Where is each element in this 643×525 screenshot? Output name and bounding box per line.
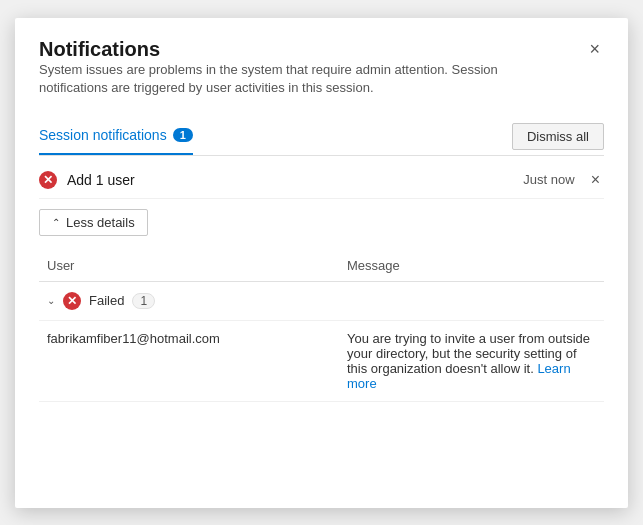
notification-right: Just now ×: [523, 170, 604, 190]
notification-timestamp: Just now: [523, 172, 574, 187]
chevron-down-icon: ⌄: [47, 295, 55, 306]
message-cell: You are trying to invite a user from out…: [339, 320, 604, 401]
user-cell: fabrikamfiber11@hotmail.com: [39, 320, 339, 401]
dialog-close-button[interactable]: ×: [585, 38, 604, 60]
error-icon: ✕: [39, 171, 57, 189]
table-row: fabrikamfiber11@hotmail.com You are tryi…: [39, 320, 604, 401]
dismiss-all-button[interactable]: Dismiss all: [512, 123, 604, 150]
col-header-message: Message: [339, 252, 604, 282]
tab-count-badge: 1: [173, 128, 193, 142]
notification-item: ✕ Add 1 user Just now ×: [39, 156, 604, 199]
failed-group-row: ⌄ ✕ Failed 1: [39, 281, 604, 320]
col-header-user: User: [39, 252, 339, 282]
tab-label: Session notifications: [39, 127, 167, 143]
chevron-up-icon: ⌃: [52, 217, 60, 228]
notifications-dialog: Notifications System issues are problems…: [15, 18, 628, 508]
less-details-label: Less details: [66, 215, 135, 230]
tabs-row: Session notifications 1 Dismiss all: [39, 119, 604, 156]
failed-label: Failed: [89, 293, 124, 308]
less-details-button[interactable]: ⌃ Less details: [39, 209, 148, 236]
failed-count-badge: 1: [132, 293, 155, 309]
dialog-title: Notifications: [39, 38, 559, 61]
tab-session-notifications[interactable]: Session notifications 1: [39, 119, 193, 155]
failed-error-icon: ✕: [63, 292, 81, 310]
dialog-subtitle: System issues are problems in the system…: [39, 61, 559, 97]
notification-dismiss-button[interactable]: ×: [587, 170, 604, 190]
failed-row-content: ⌄ ✕ Failed 1: [47, 292, 596, 310]
details-table: User Message ⌄ ✕ Failed 1 fabrikamfiber1…: [39, 252, 604, 402]
dialog-header: Notifications System issues are problems…: [39, 38, 604, 113]
notification-title: Add 1 user: [67, 172, 135, 188]
notification-left: ✕ Add 1 user: [39, 171, 135, 189]
